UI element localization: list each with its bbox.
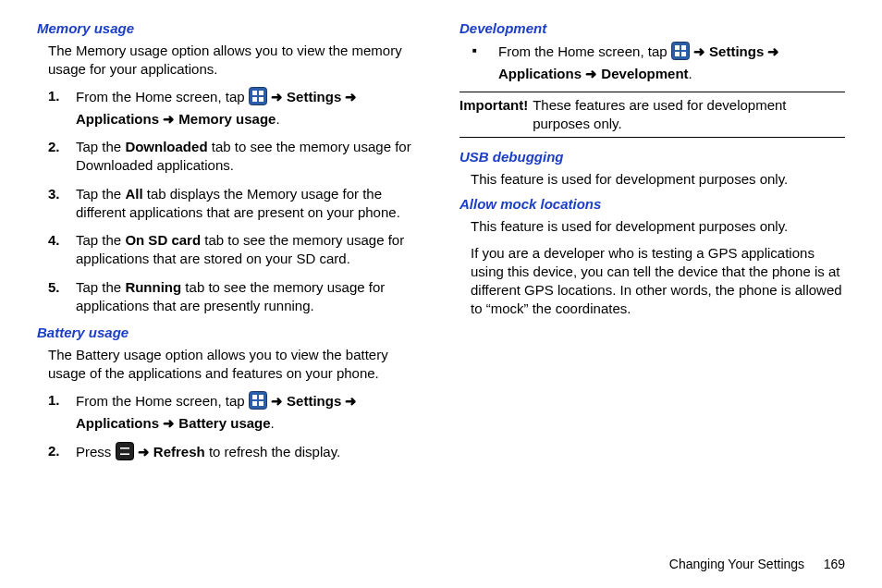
svg-rect-4 (259, 97, 263, 102)
step-text: From the Home screen, tap (498, 43, 671, 59)
memory-intro: The Memory usage option allows you to vi… (48, 42, 423, 80)
path-battery-usage: Battery usage (178, 415, 270, 431)
important-note: Important! These features are used for d… (459, 92, 845, 139)
heading-development: Development (459, 20, 845, 36)
mock-p1: This feature is used for development pur… (471, 217, 845, 236)
heading-allow-mock-locations: Allow mock locations (459, 196, 845, 212)
svg-rect-16 (675, 52, 680, 56)
path-applications: Applications (76, 415, 159, 431)
memory-step-5: Tap the Running tab to see the memory us… (76, 278, 423, 316)
two-column-layout: Memory usage The Memory usage option all… (37, 18, 845, 551)
path-settings: Settings (709, 43, 764, 59)
page-footer: Changing Your Settings 169 (37, 551, 845, 571)
svg-rect-17 (681, 52, 686, 56)
svg-rect-8 (252, 401, 257, 406)
svg-rect-5 (249, 391, 266, 409)
svg-rect-1 (252, 91, 257, 95)
step-text: From the Home screen, tap (76, 89, 249, 104)
svg-rect-2 (259, 91, 263, 95)
arrow-icon: ➜ (138, 444, 150, 459)
usb-body: This feature is used for development pur… (471, 170, 845, 189)
arrow-icon: ➜ (767, 43, 779, 59)
svg-rect-6 (252, 395, 257, 399)
step-text: Press (76, 444, 116, 459)
svg-rect-10 (116, 443, 133, 460)
arrow-icon: ➜ (345, 393, 357, 409)
heading-battery-usage: Battery usage (37, 325, 423, 340)
memory-step-1: From the Home screen, tap ➜ Settings ➜ (76, 87, 423, 129)
development-bullet: From the Home screen, tap ➜ Settings ➜ (471, 42, 845, 84)
step-text: to refresh the display. (209, 444, 340, 459)
apps-grid-icon (671, 42, 690, 65)
important-text: These features are used for development … (533, 96, 844, 134)
step-text: Tap the (76, 232, 125, 248)
footer-page-number: 169 (808, 557, 845, 571)
arrow-icon: ➜ (585, 66, 597, 81)
svg-rect-7 (259, 395, 263, 399)
path-settings: Settings (287, 393, 341, 409)
arrow-icon: ➜ (163, 111, 175, 127)
tab-running: Running (125, 279, 181, 295)
mock-p2: If you are a developer who is testing a … (471, 244, 845, 319)
memory-steps: From the Home screen, tap ➜ Settings ➜ (48, 87, 423, 316)
tab-on-sd-card: On SD card (125, 232, 201, 248)
step-text: Tap the (76, 279, 125, 295)
path-development: Development (601, 66, 688, 81)
left-column: Memory usage The Memory usage option all… (37, 18, 423, 551)
battery-step-2: Press ➜ Refresh to refresh the display. (76, 442, 423, 465)
battery-intro: The Battery usage option allows you to v… (48, 346, 423, 384)
right-column: Development From the Home screen, tap ➜ (459, 18, 845, 551)
tab-all: All (125, 186, 142, 202)
memory-step-4: Tap the On SD card tab to see the memory… (76, 231, 423, 269)
memory-step-2: Tap the Downloaded tab to see the memory… (76, 138, 423, 176)
battery-step-1: From the Home screen, tap ➜ Settings ➜ (76, 391, 423, 434)
arrow-icon: ➜ (345, 89, 357, 104)
arrow-icon: ➜ (271, 393, 283, 409)
tab-downloaded: Downloaded (125, 139, 207, 154)
path-memory-usage: Memory usage (178, 111, 276, 127)
arrow-icon: ➜ (163, 415, 175, 431)
menu-icon (116, 442, 134, 465)
svg-rect-11 (120, 447, 129, 449)
apps-grid-icon (249, 391, 267, 414)
svg-rect-13 (671, 43, 689, 60)
apps-grid-icon (249, 87, 267, 110)
path-applications: Applications (76, 111, 159, 127)
step-text: From the Home screen, tap (76, 393, 249, 409)
step-text: Tap the (76, 139, 125, 154)
svg-rect-3 (252, 97, 257, 102)
heading-memory-usage: Memory usage (37, 20, 423, 36)
development-step: From the Home screen, tap ➜ Settings ➜ (498, 42, 845, 84)
important-label: Important! (459, 96, 529, 115)
svg-rect-14 (675, 45, 680, 50)
manual-page: Memory usage The Memory usage option all… (0, 0, 882, 588)
arrow-icon: ➜ (693, 43, 705, 59)
svg-rect-15 (681, 45, 686, 50)
svg-rect-0 (249, 87, 266, 104)
svg-rect-9 (259, 401, 263, 406)
battery-steps: From the Home screen, tap ➜ Settings ➜ (48, 391, 423, 466)
arrow-icon: ➜ (271, 89, 283, 104)
svg-rect-12 (120, 453, 129, 455)
memory-step-3: Tap the All tab displays the Memory usag… (76, 185, 423, 223)
action-refresh: Refresh (153, 444, 205, 459)
path-applications: Applications (498, 66, 582, 81)
path-settings: Settings (287, 89, 341, 104)
step-text: Tap the (76, 186, 125, 202)
footer-section: Changing Your Settings (669, 557, 804, 571)
heading-usb-debugging: USB debugging (459, 149, 845, 165)
